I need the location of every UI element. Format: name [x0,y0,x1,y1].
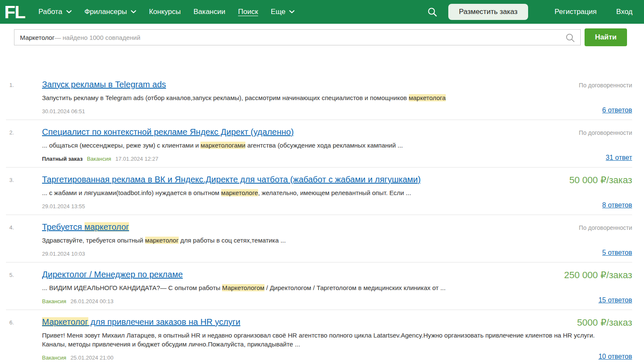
job-title-link[interactable]: Директолог / Менеджер по рекламе [42,270,183,279]
job-meta: 29.01.2024 10:03 [42,251,632,257]
nav-item-freelancers[interactable]: Фрилансеры [84,8,136,16]
main-nav: Работа Фрилансеры Конкурсы Вакансии Поис… [39,8,295,16]
job-description: Здравствуйте, требуется опытный маркетол… [42,236,615,245]
nav-item-more-label: Еще [271,8,286,16]
search-icon [565,33,575,44]
job-responses-link[interactable]: 15 ответов [599,296,632,304]
post-order-button[interactable]: Разместить заказ [448,4,528,20]
header-right-group: Разместить заказ Регистрация Вход [427,4,633,20]
job-title-link[interactable]: Запуск рекламы в Telegram ads [42,80,166,89]
nav-item-search[interactable]: Поиск [238,8,258,16]
job-description: ... общаться (мессенджеры, реже зум) с к… [42,141,615,150]
job-price: По договоренности [579,82,632,89]
job-number: 1. [9,82,14,88]
job-price: 250 000 ₽/заказ [564,270,632,281]
job-responses-link[interactable]: 31 ответ [606,154,632,162]
job-responses-link[interactable]: 8 ответов [602,201,632,209]
job-meta: Платный заказВакансия17.01.2024 12:27 [42,156,632,162]
job-description: ... ВИДИМ ИДЕАЛЬНОГО КАНДИДАТА?— С опыто… [42,283,615,292]
top-header: FL Работа Фрилансеры Конкурсы Вакансии П… [0,0,644,24]
find-button[interactable]: Найти [585,28,627,46]
job-title-link[interactable]: Специалист по контекстной рекламе Яндекс… [42,127,294,137]
job-row: 1. Запуск рекламы в Telegram ads Запусти… [6,73,632,120]
job-row: 4. Требуется маркетолог Здравствуйте, тр… [6,215,632,262]
job-meta: 30.01.2024 06:51 [42,108,632,114]
login-link[interactable]: Вход [616,8,633,16]
job-row: 3. Таргетированная реклама в ВК и Яндекс… [6,168,632,215]
nav-item-work-label: Работа [39,8,62,16]
search-result-summary: — найдено 1000 совпадений [54,34,140,41]
job-meta: Вакансия26.01.2024 00:13 [42,298,632,304]
job-price: 5000 ₽/заказ [577,317,632,328]
search-icon[interactable] [427,7,437,17]
job-description: Привет! Меня зовут Михаил Латарцев, я оп… [42,331,615,349]
registration-link[interactable]: Регистрация [554,8,596,16]
job-number: 5. [9,272,14,278]
chevron-down-icon [289,10,295,14]
fl-logo[interactable]: FL [0,1,32,23]
search-query-text: Маркетолог [20,34,54,41]
job-title-link[interactable]: Требуется маркетолог [42,222,129,232]
nav-item-search-label: Поиск [238,8,258,16]
search-input[interactable]: Маркетолог — найдено 1000 совпадений [14,29,581,45]
job-number: 3. [9,177,14,183]
nav-item-freelancers-label: Фрилансеры [84,8,127,16]
job-list: 1. Запуск рекламы в Telegram ads Запусти… [6,73,632,363]
job-row: 6. Маркетолог для привлечени заказов на … [6,310,632,363]
job-price: По договоренности [579,129,632,136]
job-meta: 29.01.2024 13:55 [42,203,632,209]
search-bar-row: Маркетолог — найдено 1000 совпадений Най… [0,24,644,51]
job-title-link[interactable]: Таргетированная реклама в ВК и Яндекс.Ди… [42,175,421,184]
chevron-down-icon [131,10,136,14]
job-number: 2. [9,129,14,136]
nav-item-contests[interactable]: Конкурсы [149,8,181,16]
job-price: По договоренности [579,224,632,231]
job-description: ... с жабами и лягушками(toadbot.info) н… [42,188,615,197]
nav-item-contests-label: Конкурсы [149,8,181,16]
nav-item-work[interactable]: Работа [39,8,72,16]
job-number: 4. [9,224,14,231]
nav-item-more[interactable]: Еще [271,8,295,16]
nav-item-vacancies-label: Вакансии [194,8,225,16]
job-meta: Вакансия25.01.2024 21:00 [42,355,632,361]
job-row: 2. Специалист по контекстной рекламе Янд… [6,120,632,168]
job-description: Запустить рекламу в Telegram ads (отбор … [42,93,615,102]
chevron-down-icon [66,10,72,14]
job-price: 50 000 ₽/заказ [569,175,632,186]
job-title-link[interactable]: Маркетолог для привлечени заказов на HR … [42,317,240,327]
nav-item-vacancies[interactable]: Вакансии [194,8,225,16]
job-number: 6. [9,319,14,326]
job-responses-link[interactable]: 5 ответов [602,249,632,257]
job-responses-link[interactable]: 6 ответов [602,106,632,114]
job-row: 5. Директолог / Менеджер по рекламе ... … [6,262,632,310]
job-responses-link[interactable]: 10 ответов [599,353,632,360]
